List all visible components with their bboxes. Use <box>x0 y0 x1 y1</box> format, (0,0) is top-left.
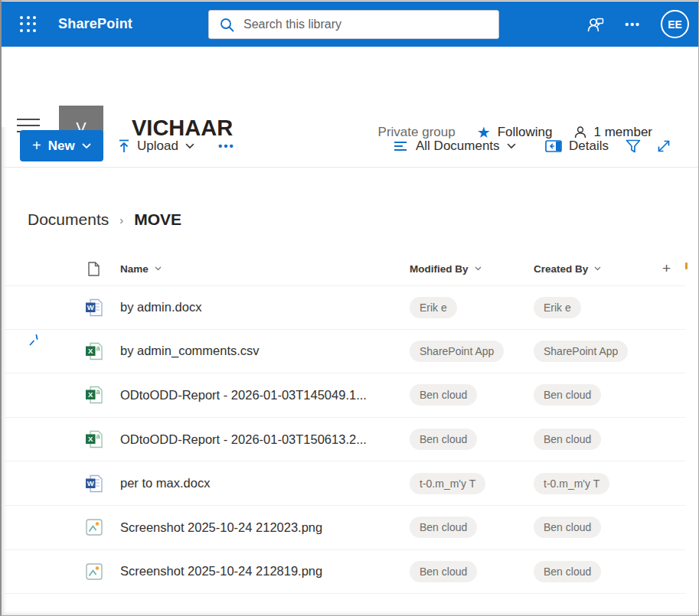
new-button-label: New <box>48 139 75 154</box>
table-row[interactable]: W a X ODtoODD-Report - 2026-01-03T145049… <box>2 373 685 418</box>
chevron-down-icon <box>185 143 194 149</box>
upload-icon <box>118 139 130 153</box>
file-type-icon: W a X <box>84 429 104 449</box>
suite-bar-right: ••• EE <box>586 2 689 47</box>
breadcrumb-current-folder: MOVE <box>134 210 181 229</box>
created-by-pill[interactable]: Ben cloud <box>534 429 601 450</box>
created-by-pill[interactable]: Erik e <box>534 297 581 318</box>
account-avatar[interactable]: EE <box>661 10 689 38</box>
image-file-icon <box>84 562 104 582</box>
upload-button[interactable]: Upload <box>118 130 194 161</box>
table-row[interactable]: W a X per to max.docx t-0.m_m'y T t-0.m_… <box>2 461 685 506</box>
breadcrumb-documents[interactable]: Documents <box>28 210 109 229</box>
details-pane-button[interactable]: Details <box>545 130 609 161</box>
plus-icon: + <box>32 137 41 155</box>
excel-file-icon: a X <box>84 385 104 405</box>
expand-diagonal-icon <box>656 139 671 154</box>
new-button[interactable]: + New <box>20 130 103 161</box>
text-cursor-mark-icon <box>29 334 40 346</box>
file-type-icon: W a X <box>84 341 104 361</box>
file-name[interactable]: Screenshot 2025-10-24 212023.png <box>120 520 410 535</box>
upload-label: Upload <box>137 139 178 154</box>
filter-button[interactable] <box>622 135 645 158</box>
filter-funnel-icon <box>626 139 641 153</box>
site-header: V VICHAAR Private group ★ Following 1 me… <box>2 47 698 127</box>
svg-text:W: W <box>87 303 94 311</box>
modified-by-pill[interactable]: Ben cloud <box>410 429 477 450</box>
svg-text:a: a <box>96 432 100 440</box>
file-name[interactable]: ODtoODD-Report - 2026-01-03T145049.1... <box>120 388 410 403</box>
file-list: Name Modified By Created By + <box>2 252 699 594</box>
file-name[interactable]: Screenshot 2025-10-24 212819.png <box>120 564 410 579</box>
file-type-icon: W a X <box>84 385 104 405</box>
view-selector-label: All Documents <box>416 139 500 154</box>
search-icon <box>220 18 234 32</box>
command-more-ellipsis-icon[interactable]: ••• <box>218 130 235 161</box>
breadcrumb: Documents › MOVE <box>28 210 181 229</box>
file-type-icon: W a X <box>84 562 104 582</box>
created-by-pill[interactable]: Ben cloud <box>534 517 601 538</box>
add-column-button[interactable]: + <box>662 260 671 277</box>
sharepoint-logo-text[interactable]: SharePoint <box>58 16 132 32</box>
svg-text:X: X <box>88 347 93 355</box>
modified-by-pill[interactable]: Ben cloud <box>410 517 477 538</box>
sort-chevron-icon <box>475 266 482 271</box>
view-lines-icon <box>394 141 409 152</box>
suite-more-ellipsis-icon[interactable]: ••• <box>625 18 641 31</box>
table-row[interactable]: W a X Screenshot 2025-10-24 212819.png B… <box>2 550 685 595</box>
file-type-column-header[interactable] <box>88 262 120 276</box>
modified-by-pill[interactable]: SharePoint App <box>410 341 504 362</box>
suite-bar: SharePoint ••• EE <box>2 2 698 47</box>
table-row[interactable]: W a X Screenshot 2025-10-24 212023.png B… <box>2 506 685 550</box>
table-row[interactable]: W a X by admin.docx Erik e Erik e <box>2 285 685 330</box>
details-label: Details <box>569 139 609 154</box>
word-file-icon: W <box>84 298 104 318</box>
search-input[interactable] <box>243 18 473 31</box>
details-pane-icon <box>545 140 562 152</box>
clipped-edge-artifact <box>685 262 688 269</box>
app-launcher-waffle-icon[interactable] <box>20 16 37 33</box>
document-icon <box>88 262 100 276</box>
modified-by-pill[interactable]: Erik e <box>410 297 457 318</box>
excel-file-icon: a X <box>84 341 104 361</box>
file-name[interactable]: per to max.docx <box>120 476 410 491</box>
command-bar: + New Upload ••• All Document <box>2 127 698 168</box>
modified-by-pill[interactable]: t-0.m_m'y T <box>410 473 485 494</box>
view-selector-button[interactable]: All Documents <box>394 130 516 161</box>
svg-text:X: X <box>88 435 93 443</box>
modified-by-column-header[interactable]: Modified By <box>410 263 534 275</box>
file-type-icon: W a X <box>84 517 104 537</box>
created-by-pill[interactable]: SharePoint App <box>534 341 628 362</box>
sharepoint-window: SharePoint ••• EE V VICHAAR Private grou… <box>0 0 699 616</box>
file-type-icon: W a X <box>84 474 104 494</box>
chevron-down-icon <box>507 143 516 149</box>
modified-by-pill[interactable]: Ben cloud <box>410 561 477 582</box>
file-rows: W a X by admin.docx Erik e Erik e <box>2 285 699 594</box>
svg-text:a: a <box>96 344 100 352</box>
file-name[interactable]: ODtoODD-Report - 2026-01-03T150613.2... <box>120 432 410 447</box>
search-box[interactable] <box>208 10 499 39</box>
sort-chevron-icon <box>155 266 162 271</box>
created-by-pill[interactable]: Ben cloud <box>534 561 601 582</box>
svg-text:a: a <box>96 388 100 396</box>
file-list-header: Name Modified By Created By + <box>2 252 699 285</box>
expand-fullscreen-button[interactable] <box>652 135 675 158</box>
modified-by-pill[interactable]: Ben cloud <box>410 384 477 406</box>
breadcrumb-separator-icon: › <box>119 213 123 227</box>
created-by-pill[interactable]: Ben cloud <box>534 384 601 406</box>
file-type-icon: W a X <box>84 298 104 318</box>
file-name[interactable]: by admin.docx <box>120 300 410 315</box>
created-by-column-header[interactable]: Created By <box>534 263 658 275</box>
table-row[interactable]: W a X ODtoODD-Report - 2026-01-03T150613… <box>2 418 685 462</box>
word-file-icon: W <box>84 474 104 494</box>
file-name[interactable]: by admin_comments.csv <box>120 344 410 358</box>
excel-file-icon: a X <box>84 429 104 449</box>
sort-chevron-icon <box>594 266 601 271</box>
created-by-pill[interactable]: t-0.m_m'y T <box>534 473 609 494</box>
svg-text:W: W <box>87 479 94 487</box>
table-row[interactable]: W a X by admin_comments.csv SharePoint A… <box>2 330 685 374</box>
image-file-icon <box>84 517 104 537</box>
name-column-header[interactable]: Name <box>120 263 410 275</box>
svg-text:X: X <box>88 391 93 399</box>
feedback-icon[interactable] <box>586 15 605 34</box>
